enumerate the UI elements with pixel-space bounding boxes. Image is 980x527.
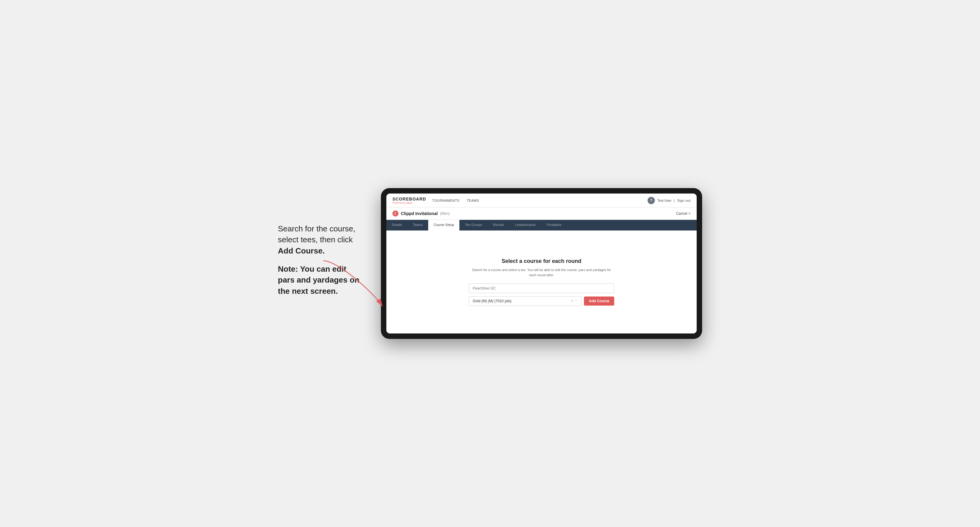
sign-out-link[interactable]: Sign out [677,199,690,202]
navbar: SCOREBOARD Powered by clippd TOURNAMENTS… [387,194,697,208]
cancel-button[interactable]: Cancel × [676,211,690,216]
tee-select-controls: × ⌃ [571,299,578,303]
tab-course-setup[interactable]: Course Setup [428,220,460,230]
navbar-links: TOURNAMENTS TEAMS [432,199,479,202]
tournament-name: Clippd Invitational [401,211,438,216]
main-content: Select a course for each round Search fo… [387,230,697,333]
tab-printables[interactable]: Printables [541,220,567,230]
brand-subtitle: Powered by clippd [393,202,426,204]
tee-select-row: Gold (M) (M) (7010 yds) × ⌃ Add Course [469,296,614,306]
page-wrapper: Search for the course, select tees, then… [278,188,702,339]
instruction-bold: Add Course. [278,246,325,255]
tournament-header: C Clippd Invitational (Men) Cancel × [387,208,697,220]
tabs-bar: Details Teams Course Setup Tee Groups Re… [387,220,697,230]
chevron-icon[interactable]: ⌃ [574,299,578,303]
content-card: Select a course for each round Search fo… [469,258,614,306]
tee-select-value: Gold (M) (M) (7010 yds) [473,299,512,303]
tablet-device: SCOREBOARD Powered by clippd TOURNAMENTS… [381,188,702,339]
tab-tee-groups[interactable]: Tee Groups [460,220,488,230]
tab-details[interactable]: Details [387,220,407,230]
card-title: Select a course for each round [469,258,614,264]
clear-icon[interactable]: × [571,299,573,303]
nav-teams[interactable]: TEAMS [467,199,479,202]
sidebar-instructions: Search for the course, select tees, then… [278,223,363,304]
navbar-right: T Test User | Sign out [648,197,690,204]
tournament-icon: C [393,211,398,217]
course-search-input[interactable] [469,284,614,293]
brand: SCOREBOARD Powered by clippd [393,197,426,204]
tee-select[interactable]: Gold (M) (M) (7010 yds) × ⌃ [469,296,582,306]
card-description: Search for a course and select a tee. Yo… [469,267,614,278]
brand-title: SCOREBOARD [393,197,426,202]
tab-leaderboards[interactable]: Leaderboards [510,220,541,230]
nav-separator: | [674,199,675,202]
add-course-button[interactable]: Add Course [584,297,614,306]
tablet-screen: SCOREBOARD Powered by clippd TOURNAMENTS… [387,194,697,333]
note-text: Note: You can edit pars and yardages on … [278,264,360,295]
tournament-title-row: C Clippd Invitational (Men) [393,211,450,217]
user-avatar: T [648,197,655,204]
nav-tournaments[interactable]: TOURNAMENTS [432,199,460,202]
user-name: Test User [657,199,671,202]
navbar-left: SCOREBOARD Powered by clippd TOURNAMENTS… [393,197,479,204]
tab-teams[interactable]: Teams [407,220,428,230]
tab-results[interactable]: Results [488,220,510,230]
tournament-type: (Men) [440,211,449,216]
instruction-text: Search for the course, select tees, then… [278,224,355,244]
